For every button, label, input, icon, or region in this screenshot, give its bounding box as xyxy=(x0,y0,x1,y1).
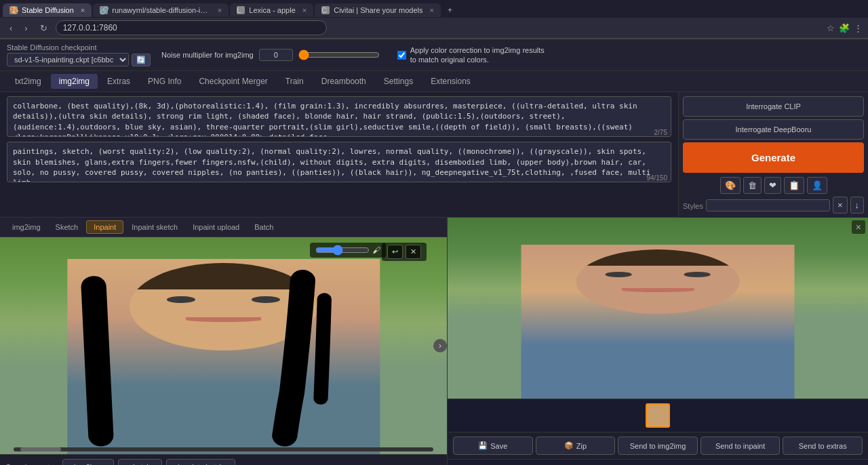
negative-prompt[interactable]: paintings, sketch, (worst quality:2), (l… xyxy=(7,142,671,182)
send-to-img2img-button[interactable]: Send to img2img xyxy=(618,437,698,455)
nav-tab-extras[interactable]: Extras xyxy=(99,74,138,89)
copy-to-sketch-button[interactable]: sketch xyxy=(118,459,163,465)
refresh-button[interactable]: ↻ xyxy=(36,22,52,35)
clear-mask-button[interactable]: ✕ xyxy=(406,245,421,259)
style-btn-clipboard[interactable]: 📋 xyxy=(784,177,804,194)
copy-to-img2img-button[interactable]: img2img xyxy=(62,459,114,465)
nav-tab-img2img[interactable]: img2img xyxy=(51,74,98,89)
output-mouth xyxy=(622,288,694,292)
save-button[interactable]: 💾 Save xyxy=(453,437,533,455)
output-person xyxy=(521,245,795,399)
color-correction-checkbox[interactable] xyxy=(397,51,406,60)
noise-input[interactable] xyxy=(259,49,293,61)
interrogate-clip-button[interactable]: Interrogate CLIP xyxy=(683,96,864,117)
send-extras-label: Send to extras xyxy=(799,442,847,450)
close-tab-3-icon[interactable]: × xyxy=(302,6,307,14)
close-tab-4-icon[interactable]: × xyxy=(429,6,433,14)
output-actions: 💾 Save 📦 Zip Send to img2img Send to inp… xyxy=(448,432,868,459)
prompt-area: collarbone, (best quality),(8k, 3d),(pho… xyxy=(0,92,678,218)
close-tab-2-icon[interactable]: × xyxy=(218,6,222,14)
canvas-photo xyxy=(0,237,447,454)
back-button[interactable]: ‹ xyxy=(5,22,16,35)
interrogate-deepbooru-button[interactable]: Interrogate DeepBooru xyxy=(683,119,864,140)
output-photo-bg xyxy=(448,218,868,399)
bookmark-icon[interactable]: ☆ xyxy=(827,23,835,33)
tab-runawyml[interactable]: 🔗 runawyml/stable-diffusion-inpa... × xyxy=(93,3,229,17)
nav-tab-txt2img[interactable]: txt2img xyxy=(7,74,50,89)
styles-apply-btn[interactable]: ↓ xyxy=(850,197,865,214)
styles-label: Styles xyxy=(683,202,703,210)
checkpoint-refresh-button[interactable]: 🔄 xyxy=(132,54,151,66)
canvas-area[interactable]: ↩ ✕ 🖌 › xyxy=(0,237,447,454)
tab-favicon-2: 🔗 xyxy=(100,6,108,14)
noise-section: Noise multiplier for img2img xyxy=(161,49,380,61)
tab-favicon: 🎨 xyxy=(9,6,18,14)
tab-favicon-4: C xyxy=(321,6,330,14)
zip-button[interactable]: 📦 Zip xyxy=(536,437,616,455)
noise-slider[interactable] xyxy=(298,49,380,60)
style-btn-heart[interactable]: ❤ xyxy=(764,177,781,194)
output-face xyxy=(576,249,740,314)
tab-label-3: Lexica - apple xyxy=(249,6,296,14)
tab-bar: 🎨 Stable Diffusion × 🔗 runawyml/stable-d… xyxy=(0,0,868,18)
zip-label: Zip xyxy=(576,442,587,450)
nav-tab-dreambooth[interactable]: Dreambooth xyxy=(313,74,374,89)
nav-tab-settings[interactable]: Settings xyxy=(376,74,421,89)
checkpoint-section: Stable Diffusion checkpoint sd-v1-5-inpa… xyxy=(7,43,151,66)
browser-actions: ☆ 🧩 ⋮ xyxy=(827,23,863,33)
copy-to-inpaint-sketch-button[interactable]: inpaint sketch xyxy=(166,459,235,465)
sub-tab-inpaint-sketch[interactable]: Inpaint sketch xyxy=(125,221,184,233)
menu-icon[interactable]: ⋮ xyxy=(854,23,863,33)
close-tab-icon[interactable]: × xyxy=(81,6,85,14)
tab-stable-diffusion[interactable]: 🎨 Stable Diffusion × xyxy=(3,3,92,17)
style-btn-trash[interactable]: 🗑 xyxy=(743,177,762,194)
sub-tab-batch[interactable]: Batch xyxy=(248,221,280,233)
sub-tab-inpaint[interactable]: Inpaint xyxy=(86,220,123,234)
prompt-generate-area: collarbone, (best quality),(8k, 3d),(pho… xyxy=(0,92,868,218)
color-correction: Apply color correction to img2img result… xyxy=(397,45,546,65)
checkpoint-select[interactable]: sd-v1-5-inpainting.ckpt [c6bbc15e32] xyxy=(7,53,129,66)
extensions-icon[interactable]: 🧩 xyxy=(839,23,850,33)
send-to-extras-button[interactable]: Send to extras xyxy=(783,437,863,455)
style-btn-person[interactable]: 👤 xyxy=(807,177,827,194)
forward-button[interactable]: › xyxy=(20,22,31,35)
undo-button[interactable]: ↩ xyxy=(387,245,403,259)
generate-section: Interrogate CLIP Interrogate DeepBooru G… xyxy=(678,92,868,218)
main-nav: txt2img img2img Extras PNG Info Checkpoi… xyxy=(0,71,868,92)
positive-prompt[interactable]: collarbone, (best quality),(8k, 3d),(pho… xyxy=(7,96,671,137)
styles-input[interactable] xyxy=(706,199,830,211)
tab-lexica[interactable]: L Lexica - apple × xyxy=(230,3,313,17)
tab-civitai[interactable]: C Civitai | Share your models × xyxy=(315,3,441,17)
address-input[interactable] xyxy=(56,20,327,35)
sub-tab-inpaint-upload[interactable]: Inpaint upload xyxy=(186,221,246,233)
generate-button[interactable]: Generate xyxy=(683,142,864,173)
styles-clear-btn[interactable]: × xyxy=(833,197,848,214)
toggle-panel-button[interactable]: › xyxy=(433,339,447,352)
sub-tab-sketch[interactable]: Sketch xyxy=(49,221,85,233)
canvas-scrollbar[interactable] xyxy=(14,447,433,451)
output-thumbnails xyxy=(448,399,868,432)
send-img2img-label: Send to img2img xyxy=(630,442,686,450)
style-btn-paint[interactable]: 🎨 xyxy=(720,177,741,194)
brush-size-slider[interactable] xyxy=(315,245,370,256)
output-close-button[interactable]: × xyxy=(852,220,865,234)
send-to-inpaint-button[interactable]: Send to inpaint xyxy=(701,437,781,455)
new-tab-button[interactable]: + xyxy=(442,3,458,18)
nav-tab-checkpoint-merger[interactable]: Checkpoint Merger xyxy=(191,74,275,89)
output-text: collarbone, (best quality),(8k, 3d),(pho… xyxy=(448,459,868,465)
inpaint-left: img2img Sketch Inpaint Inpaint sketch In… xyxy=(0,218,448,465)
output-hair xyxy=(576,249,740,266)
canvas-toolbar: ↩ ✕ xyxy=(382,243,427,261)
negative-prompt-counter: 94/150 xyxy=(646,174,667,182)
inpaint-right: × xyxy=(448,218,868,465)
sub-tab-img2img[interactable]: img2img xyxy=(5,221,47,233)
main-content: img2img Sketch Inpaint Inpaint sketch In… xyxy=(0,218,868,465)
nav-tab-train[interactable]: Train xyxy=(277,74,312,89)
zip-icon: 📦 xyxy=(564,441,574,450)
thumbnail-1[interactable] xyxy=(646,403,670,428)
tab-label-2: runawyml/stable-diffusion-inpa... xyxy=(112,6,211,14)
save-label: Save xyxy=(490,442,507,450)
positive-prompt-row: collarbone, (best quality),(8k, 3d),(pho… xyxy=(7,96,671,139)
nav-tab-png-info[interactable]: PNG Info xyxy=(140,74,189,89)
nav-tab-extensions[interactable]: Extensions xyxy=(422,74,479,89)
